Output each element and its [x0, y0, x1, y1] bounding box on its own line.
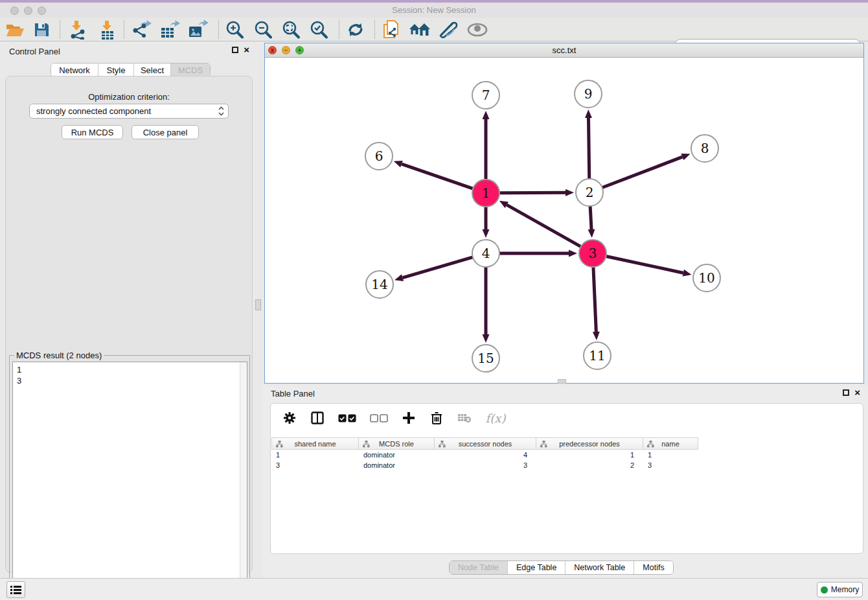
graph-edge[interactable] [602, 157, 683, 187]
function-builder-icon[interactable]: f(x) [484, 410, 507, 426]
edge-arrowhead [683, 270, 692, 277]
toolbar-separator [339, 20, 339, 39]
home-layouts-icon[interactable] [408, 19, 431, 40]
delete-table-icon[interactable] [456, 410, 473, 426]
save-session-icon[interactable] [30, 19, 53, 40]
table-cell[interactable]: 3 [435, 460, 536, 470]
result-scrollbar[interactable] [240, 362, 247, 595]
edge-arrowhead [569, 250, 577, 257]
show-column-icon[interactable] [309, 410, 326, 426]
mcds-tab-content: Optimization criterion: strongly connect… [5, 76, 253, 573]
clone-network-icon[interactable] [380, 19, 403, 40]
float-panel-icon[interactable] [232, 47, 238, 53]
vertical-splitter-grip[interactable] [255, 299, 261, 310]
control-panel-title: Control Panel [9, 47, 60, 56]
table-cell[interactable]: 2 [536, 460, 643, 470]
table-cell[interactable]: 1 [271, 450, 359, 460]
column-header[interactable]: shared name [271, 437, 359, 450]
export-image-icon[interactable] [186, 19, 209, 40]
zoom-out-icon[interactable] [251, 19, 275, 40]
graph-edge[interactable] [403, 257, 473, 278]
mcds-result-list[interactable]: 1 3 [12, 362, 247, 595]
criterion-dropdown[interactable]: strongly connected component [29, 104, 229, 119]
table-toolbar: f(x) [271, 404, 863, 432]
column-header[interactable]: predecessor nodes [536, 437, 643, 450]
graph-edge[interactable] [588, 118, 589, 179]
close-window-button[interactable] [10, 6, 19, 15]
table-row[interactable]: 3dominator323 [271, 460, 863, 470]
float-table-panel-icon[interactable] [843, 389, 849, 396]
run-mcds-button[interactable]: Run MCDS [62, 125, 123, 139]
edge-arrowhead [593, 332, 600, 340]
table-cell[interactable]: dominator [359, 460, 435, 470]
select-all-checkboxes-icon[interactable] [337, 410, 358, 426]
delete-column-icon[interactable] [428, 410, 445, 426]
table-cell[interactable]: dominator [359, 450, 435, 460]
minimize-view-button[interactable]: − [282, 46, 290, 54]
open-session-icon[interactable] [3, 19, 27, 40]
edge-arrowhead [483, 334, 490, 343]
memory-button[interactable]: Memory [817, 582, 863, 597]
graph-edge[interactable] [499, 192, 565, 193]
horizontal-splitter-grip[interactable] [558, 379, 566, 384]
network-view-window: x − + scc.txt 7968124314101511 [264, 43, 864, 384]
graph-node-label: 6 [375, 148, 383, 164]
zoom-selected-icon[interactable] [307, 19, 330, 40]
table-panel: Table Panel × [262, 386, 868, 578]
import-table-icon[interactable] [95, 19, 119, 40]
show-graphics-details-icon[interactable] [466, 19, 489, 40]
add-column-icon[interactable] [400, 410, 417, 426]
zoom-fit-icon[interactable] [279, 19, 303, 40]
tab-select[interactable]: Select [134, 63, 171, 76]
column-header[interactable]: successor nodes [435, 437, 536, 450]
graph-node-label: 9 [584, 86, 593, 102]
settings-gear-icon[interactable] [281, 410, 298, 426]
control-panel: Control Panel × Network Style Select MCD… [0, 41, 256, 578]
edge-arrowhead [483, 111, 490, 119]
node-table[interactable]: shared nameMCDS rolesuccessor nodesprede… [271, 437, 863, 470]
table-cell[interactable]: 1 [536, 450, 643, 460]
network-canvas[interactable]: 7968124314101511 [265, 58, 863, 383]
tab-motifs[interactable]: Motifs [634, 561, 672, 574]
graph-edge[interactable] [402, 164, 473, 189]
tab-style[interactable]: Style [98, 63, 134, 76]
column-header[interactable]: name [643, 437, 698, 450]
table-panel-tabs: Node Table Edge Table Network Table Moti… [449, 560, 674, 575]
table-row[interactable]: 1dominator411 [271, 450, 863, 460]
tab-network[interactable]: Network [51, 63, 98, 76]
graph-edge[interactable] [606, 256, 683, 273]
graph-edge[interactable] [507, 205, 580, 247]
close-panel-icon[interactable]: × [244, 47, 249, 53]
refresh-icon[interactable] [344, 19, 367, 40]
close-panel-button[interactable]: Close panel [131, 125, 199, 139]
export-network-icon[interactable] [130, 19, 153, 40]
close-view-button[interactable]: x [268, 46, 277, 54]
graph-node-label: 8 [701, 141, 709, 156]
deselect-all-checkboxes-icon[interactable] [369, 410, 389, 426]
network-window-titlebar[interactable]: x − + scc.txt [265, 43, 863, 58]
zoom-in-icon[interactable] [223, 19, 246, 40]
tab-mcds[interactable]: MCDS [171, 63, 210, 76]
table-cell[interactable]: 1 [643, 450, 698, 460]
close-table-panel-icon[interactable]: × [854, 389, 860, 396]
tab-network-table[interactable]: Network Table [565, 561, 634, 574]
table-panel-content: f(x) shared nameMCDS rolesuccessor nodes… [270, 403, 863, 554]
table-cell[interactable]: 4 [435, 450, 536, 460]
table-cell[interactable]: 3 [643, 460, 698, 470]
import-network-icon[interactable] [65, 19, 88, 40]
task-history-button[interactable] [6, 581, 25, 598]
tab-node-table[interactable]: Node Table [450, 561, 508, 574]
maximize-view-button[interactable]: + [295, 46, 304, 54]
column-header[interactable]: MCDS role [359, 437, 435, 450]
graph-edge[interactable] [593, 267, 596, 332]
node-table-body: 1dominator4113dominator323 [271, 450, 863, 470]
hide-graphics-details-icon[interactable] [437, 19, 460, 40]
graph-edge[interactable] [590, 206, 591, 229]
toolbar-separator [124, 20, 124, 39]
tab-edge-table[interactable]: Edge Table [508, 561, 565, 574]
hierarchy-icon [439, 441, 446, 448]
minimize-window-button[interactable] [24, 6, 32, 15]
maximize-window-button[interactable] [38, 6, 46, 15]
export-table-icon[interactable] [158, 19, 181, 40]
table-cell[interactable]: 3 [271, 460, 359, 470]
